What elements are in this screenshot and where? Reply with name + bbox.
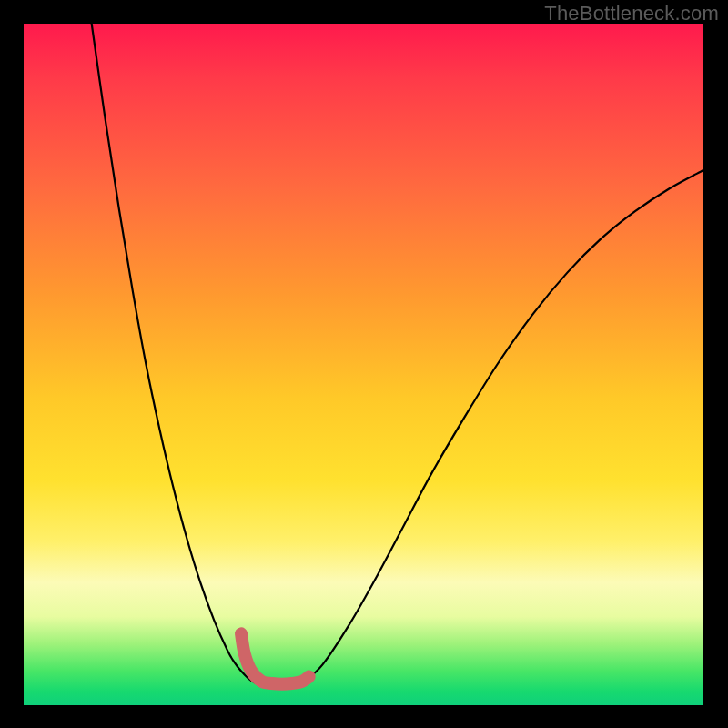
curve-left <box>92 24 262 685</box>
chart-svg <box>24 24 703 705</box>
watermark-text: TheBottleneck.com <box>544 2 719 25</box>
curve-right <box>302 170 703 683</box>
chart-frame: TheBottleneck.com <box>0 0 728 728</box>
highlight-wiggle <box>241 633 309 683</box>
chart-plot-area <box>24 24 703 705</box>
